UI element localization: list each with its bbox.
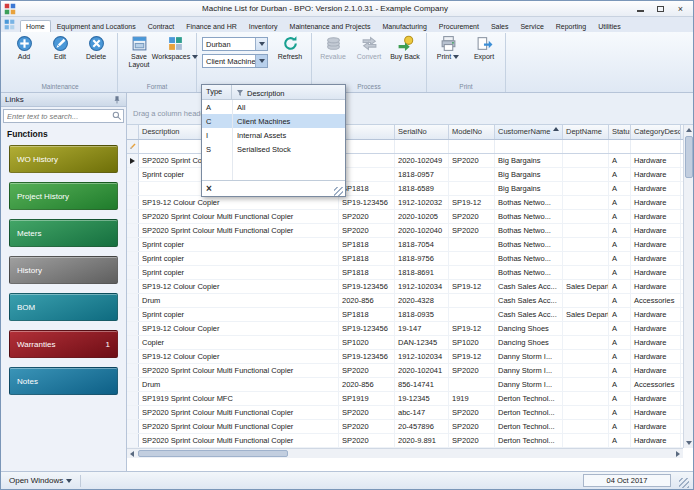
filter-cell[interactable]	[563, 140, 609, 153]
tab-finance-and-hr[interactable]: Finance and HR	[180, 20, 243, 32]
table-row[interactable]: SP2020 Sprint Colour Multi Functional Co…	[127, 210, 693, 224]
table-row[interactable]: Sprint copierSP18181818-8691Bothas Netwo…	[127, 266, 693, 280]
function-button-warranties[interactable]: Warranties1	[9, 330, 118, 358]
tab-procurement[interactable]: Procurement	[433, 20, 485, 32]
workspaces-label: Workspaces	[152, 53, 198, 61]
grid-cell: SP1919 Sprint Colour MFC	[139, 392, 339, 405]
grid-cell: A	[609, 294, 631, 307]
workspaces-button[interactable]: Workspaces	[157, 33, 193, 61]
clear-filter-icon[interactable]: ×	[206, 184, 212, 194]
filter-cell[interactable]	[609, 140, 631, 153]
dropdown-col-type[interactable]: Type	[202, 85, 232, 99]
table-row[interactable]: Sprint copierSP18181818-9756Bothas Netwo…	[127, 252, 693, 266]
close-button[interactable]: ×	[671, 2, 690, 15]
grid-cell: SP1818	[339, 238, 395, 251]
function-button-bom[interactable]: BOM	[9, 293, 118, 321]
horizontal-scrollbar[interactable]	[127, 448, 683, 458]
vertical-scrollbar[interactable]	[683, 125, 693, 448]
scroll-up-icon[interactable]	[684, 125, 693, 135]
table-row[interactable]: SP19-12 Colour CopierSP19-1234561912-102…	[127, 280, 693, 294]
function-button-wo-history[interactable]: WO History	[9, 145, 118, 173]
site-combo-dropdown-icon[interactable]	[255, 38, 267, 50]
edit-button[interactable]: Edit	[42, 33, 78, 61]
app-menu-icon[interactable]	[4, 19, 17, 31]
scroll-left-icon[interactable]	[127, 451, 137, 457]
tab-service[interactable]: Service	[514, 20, 549, 32]
table-row[interactable]: SP2020 Sprint Colour Multi Functional Co…	[127, 406, 693, 420]
vertical-scroll-thumb[interactable]	[685, 136, 693, 178]
column-header-deptname[interactable]: DeptName	[563, 125, 609, 139]
refresh-button[interactable]: Refresh	[272, 33, 308, 61]
dropdown-item-serialised-stock[interactable]: SSerialised Stock	[202, 142, 345, 156]
function-button-project-history[interactable]: Project History	[9, 182, 118, 210]
scroll-down-icon[interactable]	[684, 438, 693, 448]
table-row[interactable]: SP2020 Sprint Colour Multi Functional Co…	[127, 420, 693, 434]
tab-home[interactable]: Home	[20, 20, 51, 32]
open-windows-button[interactable]: Open Windows	[5, 476, 76, 485]
grid-cell: Hardware	[631, 322, 681, 335]
machine-type-combo-dropdown-icon[interactable]	[255, 55, 267, 67]
tab-utilities[interactable]: Utilities	[592, 20, 627, 32]
table-row[interactable]: SP1919 Sprint Colour MFCSP191919-1234519…	[127, 392, 693, 406]
dropdown-resize-grip[interactable]	[334, 187, 343, 196]
filter-cell[interactable]	[395, 140, 449, 153]
filter-cell[interactable]	[449, 140, 495, 153]
save-layout-button[interactable]: Save Layout	[121, 33, 157, 69]
grid-cell: SP2020	[449, 420, 495, 433]
column-header-customername[interactable]: CustomerName	[495, 125, 563, 139]
machine-type-combo[interactable]: Client Machines	[202, 54, 268, 68]
add-button[interactable]: Add	[6, 33, 42, 61]
scroll-right-icon[interactable]	[673, 451, 683, 457]
dropdown-item-all[interactable]: AAll	[202, 100, 345, 114]
function-button-notes[interactable]: Notes	[9, 367, 118, 395]
function-button-history[interactable]: History	[9, 256, 118, 284]
grid-cell: A	[609, 420, 631, 433]
table-row[interactable]: SP19-12 Colour CopierSP19-1234561912-102…	[127, 196, 693, 210]
resize-grip[interactable]	[679, 478, 689, 488]
dropdown-item-internal-assets[interactable]: IInternal Assets	[202, 128, 345, 142]
tab-manufacturing[interactable]: Manufacturing	[376, 20, 432, 32]
search-input[interactable]	[4, 112, 111, 121]
column-header-categorydesc[interactable]: CategoryDesc	[631, 125, 681, 139]
print-button[interactable]: Print	[430, 33, 466, 61]
column-header-blank[interactable]	[339, 125, 395, 139]
table-row[interactable]: Sprint copierSP18181818-7054Bothas Netwo…	[127, 238, 693, 252]
function-button-meters[interactable]: Meters	[9, 219, 118, 247]
minimize-icon	[637, 10, 644, 12]
table-row[interactable]: Drum2020-856856-14741Danny Storm I...AAc…	[127, 378, 693, 392]
table-row[interactable]: Drum2020-8562020-4328Cash Sales Acc...AA…	[127, 294, 693, 308]
tab-contract[interactable]: Contract	[142, 20, 180, 32]
table-row[interactable]: Sprint copierSP18181818-0935Cash Sales A…	[127, 308, 693, 322]
table-row[interactable]: SP2020 Sprint Colour Multi Functional Co…	[127, 434, 693, 448]
table-row[interactable]: SP2020 Sprint Colour Multi Functional Co…	[127, 364, 693, 378]
column-header-status[interactable]: Status	[609, 125, 631, 139]
table-row[interactable]: SP19-12 Colour CopierSP19-12345619-147SP…	[127, 322, 693, 336]
tab-reporting[interactable]: Reporting	[550, 20, 592, 32]
grid-cell: Big Bargains	[495, 168, 563, 181]
buy-back-button[interactable]: Buy Back	[387, 33, 423, 61]
filter-cell[interactable]	[631, 140, 681, 153]
dropdown-col-description[interactable]: Description	[232, 85, 345, 99]
grid-cell: 1818-6589	[395, 182, 449, 195]
grid-cell: SP2020	[449, 364, 495, 377]
delete-button[interactable]: Delete	[78, 33, 114, 61]
filter-cell[interactable]	[495, 140, 563, 153]
site-combo[interactable]: Durban	[202, 37, 268, 51]
column-header-modelno[interactable]: ModelNo	[449, 125, 495, 139]
maximize-button[interactable]	[651, 2, 670, 15]
column-header-serialno[interactable]: SerialNo	[395, 125, 449, 139]
table-row[interactable]: SP19-12 Colour CopierSP19-1234561912-102…	[127, 350, 693, 364]
horizontal-scroll-thumb[interactable]	[138, 450, 288, 457]
function-label: Meters	[17, 229, 41, 238]
tab-maintenance-and-projects[interactable]: Maintenance and Projects	[284, 20, 377, 32]
tab-equipment-and-locations[interactable]: Equipment and Locations	[51, 20, 142, 32]
table-row[interactable]: CopierSP1020DAN-12345SP1020Dancing Shoes…	[127, 336, 693, 350]
filter-cell[interactable]	[339, 140, 395, 153]
tab-sales[interactable]: Sales	[485, 20, 515, 32]
tab-inventory[interactable]: Inventory	[243, 20, 284, 32]
export-button[interactable]: Export	[466, 33, 502, 61]
minimize-button[interactable]	[631, 2, 650, 15]
table-row[interactable]: SP2020 Sprint Colour Multi Functional Co…	[127, 224, 693, 238]
dropdown-item-client-machines[interactable]: CClient Machines	[202, 114, 345, 128]
pin-icon[interactable]	[112, 95, 122, 105]
